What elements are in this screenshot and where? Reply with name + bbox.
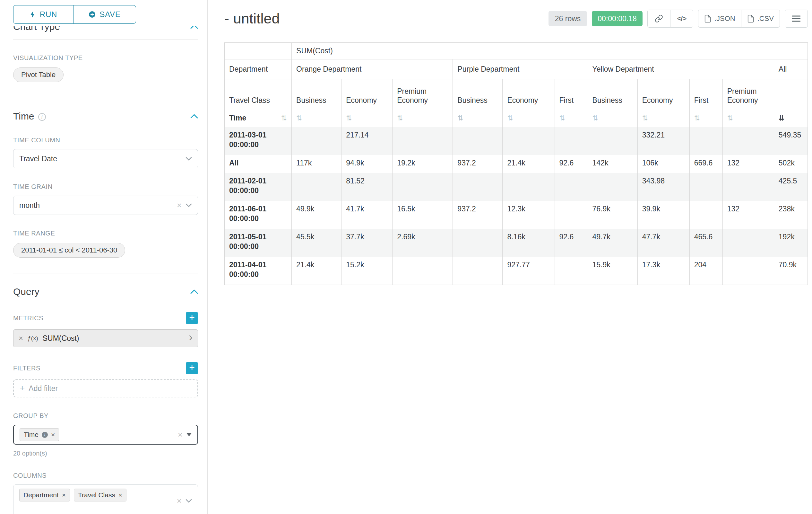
chevron-down-icon <box>185 204 192 207</box>
table-row: All117k94.9k19.2k937.221.4k92.6142k106k6… <box>225 155 808 173</box>
time-range-pill[interactable]: 2011-01-01 ≤ col < 2011-06-30 <box>13 243 125 258</box>
row-header: 2011-06-01 00:00:00 <box>225 201 292 229</box>
cell-value: 76.9k <box>588 201 637 229</box>
cell-value: 343.98 <box>637 173 689 201</box>
cell-value <box>502 173 555 201</box>
cell-value: 19.2k <box>393 155 453 173</box>
metric-header: SUM(Cost) <box>292 43 808 59</box>
plus-icon: + <box>20 384 25 394</box>
export-csv-button[interactable]: .CSV <box>741 10 780 28</box>
remove-metric-icon[interactable]: × <box>19 334 23 343</box>
time-section-header: Time i <box>13 111 198 122</box>
divider <box>13 98 198 98</box>
corner-blank-cell <box>225 43 292 59</box>
collapse-icon[interactable] <box>190 290 198 294</box>
collapse-icon[interactable] <box>190 114 198 118</box>
viz-type-label: VISUALIZATION TYPE <box>13 54 198 62</box>
tag-remove-icon[interactable]: × <box>118 491 122 499</box>
sort-column[interactable]: ⇅ <box>292 109 342 127</box>
metric-item[interactable]: × ƒ(x) SUM(Cost) › <box>13 329 198 347</box>
cell-value: 16.5k <box>393 201 453 229</box>
share-group: </> <box>647 10 693 28</box>
sort-column[interactable]: ⇅ <box>722 109 774 127</box>
viz-type-pill[interactable]: Pivot Table <box>13 67 63 82</box>
clear-icon[interactable]: × <box>177 497 182 505</box>
add-filter-plus-button[interactable]: + <box>186 362 198 374</box>
view-query-button[interactable]: </> <box>670 10 693 28</box>
sort-column[interactable]: ⇅ <box>393 109 453 127</box>
cell-value: 49.7k <box>588 229 637 257</box>
sort-icon: ⇅ <box>592 114 598 122</box>
run-button[interactable]: RUN <box>13 5 74 24</box>
cell-value: 12.3k <box>502 201 555 229</box>
sort-icon: ⇅ <box>559 114 565 122</box>
cell-value <box>555 257 588 285</box>
column-header: Economy <box>342 79 393 109</box>
cell-value: 669.6 <box>689 155 722 173</box>
pivot-body: 2011-03-01 00:00:00217.14332.21549.35All… <box>225 127 808 285</box>
sort-icon: ⇅ <box>694 114 700 122</box>
tag-remove-icon[interactable]: × <box>51 431 55 438</box>
groupby-select[interactable]: Time i × × <box>13 425 198 444</box>
sort-column[interactable]: ⇅ <box>588 109 637 127</box>
column-tag: Department × <box>19 489 70 502</box>
caret-right-icon[interactable]: › <box>189 337 193 339</box>
sort-row-key[interactable]: Time ⇅ <box>225 109 292 127</box>
fx-icon: ƒ(x) <box>28 335 38 342</box>
sort-column[interactable]: ⇅ <box>689 109 722 127</box>
cell-value: 238k <box>774 201 808 229</box>
sort-column[interactable]: ⇅ <box>342 109 393 127</box>
time-grain-select[interactable]: month × <box>13 196 198 215</box>
clear-icon[interactable]: × <box>178 431 183 439</box>
sort-column[interactable]: ⇅ <box>637 109 689 127</box>
cell-value: 106k <box>637 155 689 173</box>
sort-column[interactable]: ⇅ <box>502 109 555 127</box>
cell-value <box>555 201 588 229</box>
export-json-button[interactable]: .JSON <box>698 10 742 28</box>
cell-value <box>453 173 502 201</box>
groupby-label: GROUP BY <box>13 412 198 420</box>
collapse-icon[interactable] <box>190 26 198 29</box>
cell-value <box>722 229 774 257</box>
cell-value <box>555 127 588 155</box>
column-tag: Travel Class × <box>74 489 126 502</box>
sort-column[interactable]: ⇅ <box>555 109 588 127</box>
export-csv-label: .CSV <box>757 15 774 23</box>
cell-value: 502k <box>774 155 808 173</box>
menu-button[interactable] <box>785 10 808 28</box>
cell-value <box>393 257 453 285</box>
save-button-label: SAVE <box>99 10 120 19</box>
add-filter-placeholder: Add filter <box>29 384 58 393</box>
sort-column-active[interactable]: ⇊ <box>774 109 808 127</box>
column-header-empty <box>774 79 808 109</box>
cell-value: 192k <box>774 229 808 257</box>
cell-value: 15.9k <box>588 257 637 285</box>
sort-icon: ⇅ <box>296 114 302 122</box>
time-grain-label: TIME GRAIN <box>13 183 198 190</box>
metric-label: SUM(Cost) <box>43 334 79 343</box>
time-range-label: TIME RANGE <box>13 230 198 237</box>
column-header: Business <box>292 79 342 109</box>
query-section-header: Query <box>13 286 198 297</box>
sort-column[interactable]: ⇅ <box>453 109 502 127</box>
cell-value: 937.2 <box>453 155 502 173</box>
columns-select[interactable]: Department × Travel Class × × <box>13 484 198 514</box>
cell-value <box>588 173 637 201</box>
table-row: 2011-02-01 00:00:0081.52343.98425.5 <box>225 173 808 201</box>
add-metric-button[interactable]: + <box>186 312 198 324</box>
column-tag-label: Department <box>23 491 59 499</box>
metrics-label: METRICS <box>13 315 43 322</box>
save-button[interactable]: SAVE <box>73 5 136 24</box>
clear-icon[interactable]: × <box>177 201 182 210</box>
sort-icon: ⇅ <box>281 114 287 123</box>
chart-title[interactable]: - untitled <box>224 10 280 27</box>
cell-value: 549.35 <box>774 127 808 155</box>
cell-value: 37.7k <box>342 229 393 257</box>
tag-remove-icon[interactable]: × <box>62 491 66 499</box>
add-filter-button[interactable]: + Add filter <box>13 379 198 397</box>
cell-value: 117k <box>292 155 342 173</box>
time-column-select[interactable]: Travel Date <box>13 149 198 168</box>
file-icon <box>747 15 754 23</box>
share-link-button[interactable] <box>647 10 670 28</box>
link-icon <box>655 15 663 23</box>
